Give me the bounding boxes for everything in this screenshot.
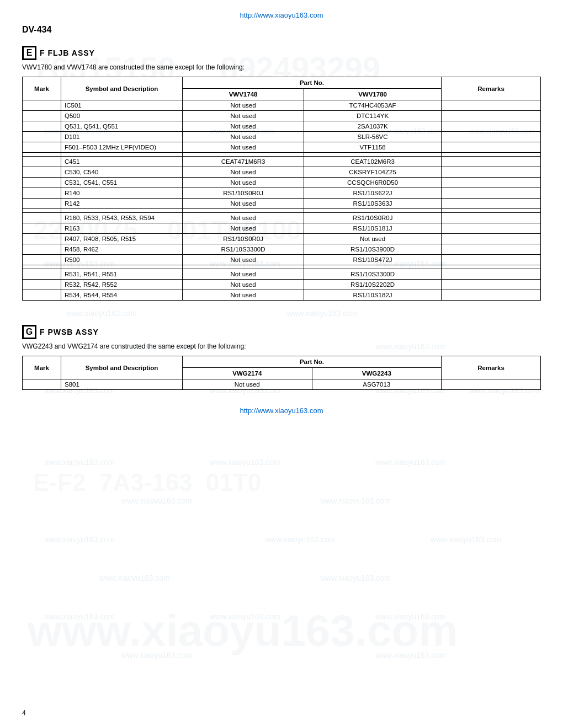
cell-symbol: R534, R544, R554 [61,290,183,301]
cell-partno-1: Not used [183,167,304,178]
cell-remarks [442,111,541,121]
cell-mark [23,223,61,234]
cell-partno-2: RS1/10S622J [304,188,442,199]
ef-table: Mark Symbol and Description Part No. Rem… [22,77,541,301]
cell-mark [23,153,61,157]
cell-symbol: Q531, Q541, Q551 [61,121,183,132]
cell-symbol [61,209,183,213]
cell-symbol: F501–F503 12MHz LPF(VIDEO) [61,142,183,153]
table-row: F501–F503 12MHz LPF(VIDEO)Not usedVTF115… [23,142,541,153]
cell-mark [23,244,61,255]
section-ef-label: F FLJB ASSY [40,49,95,57]
cell-partno-1: Not used [183,142,304,153]
section-ef-subtitle: VWV1780 and VWV1748 are constructed the … [22,63,541,71]
cell-remarks [442,178,541,188]
cell-partno-2: DTC114YK [304,111,442,121]
table-row: R534, R544, R554Not usedRS1/10S182J [23,290,541,301]
cell-remarks [442,379,541,390]
table-row [23,209,541,213]
gf-th-remarks: Remarks [442,356,541,379]
cell-partno-1: Not used [183,199,304,209]
table-row: R458, R462RS1/10S3300DRS1/10S3900D [23,244,541,255]
table-row: R140RS1/10S0R0JRS1/10S622J [23,188,541,199]
cell-partno-2 [304,153,442,157]
cell-partno-1: RS1/10S3300D [183,244,304,255]
page-number: 4 [22,709,26,717]
cell-symbol: R458, R462 [61,244,183,255]
cell-partno-2: RS1/10S0R0J [304,213,442,223]
cell-partno-2 [304,265,442,269]
cell-mark [23,100,61,111]
table-row: R532, R542, R552Not usedRS1/10S2202D [23,280,541,290]
cell-remarks [442,255,541,265]
cell-mark [23,255,61,265]
cell-partno-1: Not used [183,121,304,132]
cell-mark [23,265,61,269]
table-row: R531, R541, R551Not usedRS1/10S3300D [23,269,541,280]
cell-remarks [442,223,541,234]
table-row [23,265,541,269]
table-row: D101Not usedSLR-56VC [23,132,541,142]
cell-partno-1 [183,265,304,269]
cell-partno-1: Not used [183,255,304,265]
cell-remarks [442,213,541,223]
ef-th-partno: Part No. [183,77,442,89]
table-row: R500Not usedRS1/10S472J [23,255,541,265]
cell-mark [23,142,61,153]
cell-partno-2: CCSQCH6R0D50 [304,178,442,188]
cell-symbol: IC501 [61,100,183,111]
table-row: R163Not usedRS1/10S181J [23,223,541,234]
cell-mark [23,290,61,301]
cell-remarks [442,234,541,244]
table-row: R142Not usedRS1/10S363J [23,199,541,209]
doc-title: DV-434 [22,25,541,35]
cell-mark [23,111,61,121]
cell-symbol: R160, R533, R543, R553, R594 [61,213,183,223]
table-row: IC501Not usedTC74HC4053AF [23,100,541,111]
cell-partno-1: Not used [183,280,304,290]
cell-mark [23,167,61,178]
section-gf-icon: G [22,325,36,339]
section-gf-header: G F PWSB ASSY [22,325,541,339]
cell-symbol: S801 [61,379,183,390]
cell-remarks [442,265,541,269]
cell-partno-2: RS1/10S472J [304,255,442,265]
cell-partno-1: Not used [183,223,304,234]
cell-symbol: R531, R541, R551 [61,269,183,280]
cell-partno-1 [183,153,304,157]
ef-th-vwv1748: VWV1748 [183,89,304,100]
cell-symbol: C530, C540 [61,167,183,178]
table-row [23,153,541,157]
cell-symbol [61,153,183,157]
cell-partno-1 [183,209,304,213]
cell-partno-2: RS1/10S2202D [304,280,442,290]
ef-th-vwv1780: VWV1780 [304,89,442,100]
cell-partno-2: VTF1158 [304,142,442,153]
cell-remarks [442,142,541,153]
cell-remarks [442,290,541,301]
ef-th-remarks: Remarks [442,77,541,100]
table-row: Q500Not usedDTC114YK [23,111,541,121]
cell-symbol: Q500 [61,111,183,121]
ef-th-symbol: Symbol and Description [61,77,183,100]
gf-th-partno: Part No. [183,356,442,368]
cell-remarks [442,121,541,132]
cell-partno-2: RS1/10S182J [304,290,442,301]
section-gf-subtitle: VWG2243 and VWG2174 are constructed the … [22,342,541,350]
cell-mark [23,157,61,167]
header-url: http://www.xiaoyu163.com [22,11,541,19]
cell-symbol: D101 [61,132,183,142]
cell-partno-1: Not used [183,178,304,188]
cell-partno-2: ASG7013 [312,379,442,390]
cell-mark [23,379,61,390]
table-row: R407, R408, R505, R515RS1/10S0R0JNot use… [23,234,541,244]
cell-partno-1: Not used [183,379,312,390]
cell-mark [23,178,61,188]
cell-partno-2: CKSRYF104Z25 [304,167,442,178]
cell-mark [23,121,61,132]
cell-symbol: C531, C541, C551 [61,178,183,188]
table-row: S801Not usedASG7013 [23,379,541,390]
section-ef-header: E F FLJB ASSY [22,46,541,60]
cell-partno-2: TC74HC4053AF [304,100,442,111]
section-gf-label: F PWSB ASSY [40,328,99,336]
